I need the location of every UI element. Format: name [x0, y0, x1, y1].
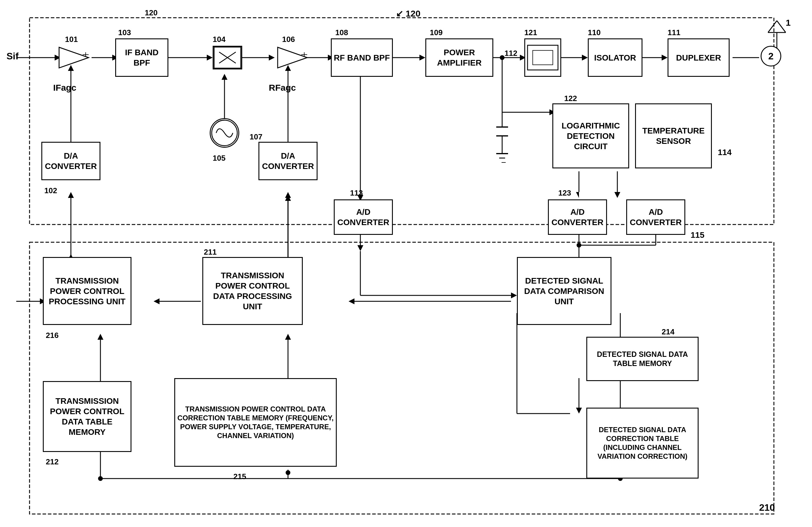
- ref-109: 109: [430, 28, 443, 37]
- ref-111: 111: [668, 28, 680, 37]
- ref-120: 120: [145, 8, 157, 17]
- temperature-sensor-block: TEMPERATURE SENSOR: [635, 103, 712, 169]
- ref-107: 107: [250, 132, 262, 142]
- ad-converter-123: A/D CONVERTER: [548, 200, 607, 235]
- svg-marker-58: [349, 298, 354, 304]
- ref-104: 104: [213, 35, 226, 44]
- tx-power-control-data-processing-unit: TRANSMISSION POWER CONTROL DATA PROCESSI…: [202, 257, 303, 325]
- da-converter-107: D/A CONVERTER: [259, 142, 318, 180]
- detected-signal-comparison-unit: DETECTED SIGNAL DATA COMPARISON UNIT: [517, 257, 611, 325]
- ref-1: 1: [786, 18, 791, 28]
- ref-212: 212: [46, 457, 58, 466]
- ref-113: 113: [350, 189, 363, 197]
- svg-marker-56: [511, 292, 517, 298]
- rfagc-label: RFagc: [269, 83, 296, 93]
- ref-215: 215: [233, 472, 246, 481]
- duplexer-port-2: 2: [760, 46, 781, 67]
- ref-121: 121: [524, 28, 537, 37]
- svg-rect-102: [533, 50, 553, 65]
- if-band-bpf-block: IF BAND BPF: [115, 39, 168, 77]
- duplexer-block: DUPLEXER: [668, 39, 729, 77]
- ref-103: 103: [118, 28, 131, 37]
- sif-label: Sif: [6, 51, 19, 62]
- ref-112: 112: [505, 49, 517, 58]
- ad-converter-113: A/D CONVERTER: [334, 200, 393, 235]
- amplifier-101: [56, 46, 91, 70]
- ref-105: 105: [213, 153, 226, 163]
- logarithmic-detection-block: LOGARITHMIC DETECTION CIRCUIT: [552, 103, 629, 169]
- filter-block-121: [524, 39, 561, 77]
- ref-101: 101: [65, 35, 78, 44]
- svg-marker-7: [207, 55, 213, 61]
- svg-marker-60: [154, 298, 160, 304]
- svg-marker-35: [614, 192, 620, 198]
- tx-power-control-processing-unit: TRANSMISSION POWER CONTROL PROCESSING UN…: [43, 257, 131, 325]
- svg-marker-21: [662, 55, 668, 61]
- svg-marker-64: [68, 192, 74, 198]
- ref-123: 123: [558, 189, 571, 197]
- svg-line-105: [768, 21, 777, 32]
- ref-216: 216: [46, 331, 58, 340]
- svg-point-85: [98, 476, 103, 481]
- ref-211: 211: [204, 248, 217, 257]
- svg-marker-77: [576, 408, 582, 413]
- ref-120-2: ↙ 120: [396, 8, 420, 19]
- ref-115: 115: [691, 231, 705, 240]
- ref-214: 214: [662, 327, 675, 336]
- svg-marker-73: [98, 334, 103, 340]
- detected-signal-correction-table: DETECTED SIGNAL DATA CORRECTION TABLE (I…: [586, 408, 699, 479]
- ref-210: 210: [759, 502, 775, 513]
- isolator-block: ISOLATOR: [588, 39, 642, 77]
- detected-signal-table-memory: DETECTED SIGNAL DATA TABLE MEMORY: [586, 337, 699, 381]
- svg-marker-9: [221, 74, 228, 80]
- svg-marker-37: [576, 192, 579, 198]
- svg-marker-91: [59, 47, 89, 68]
- svg-marker-19: [582, 55, 588, 61]
- tx-power-correction-table-memory: TRANSMISSION POWER CONTROL DATA CORRECTI…: [174, 378, 337, 467]
- svg-marker-98: [278, 47, 307, 68]
- power-amplifier-block: POWER AMPLIFIER: [425, 39, 493, 77]
- svg-marker-15: [419, 55, 425, 61]
- ref-122: 122: [564, 94, 577, 103]
- ad-converter-115: A/D CONVERTER: [626, 200, 685, 235]
- tx-power-control-data-table-memory: TRANSMISSION POWER CONTROL DATA TABLE ME…: [43, 381, 131, 452]
- svg-marker-75: [285, 334, 291, 340]
- ifagc-label: IFagc: [53, 83, 76, 93]
- da-converter-102: D/A CONVERTER: [41, 142, 100, 180]
- amplifier-106: [275, 46, 310, 70]
- mixer-block: [213, 46, 242, 70]
- rf-band-bpf-block: RF BAND BPF: [331, 39, 393, 77]
- svg-marker-46: [358, 245, 363, 251]
- ref-114: 114: [718, 148, 732, 157]
- oscillator-105: [210, 118, 239, 148]
- ref-102: 102: [44, 186, 57, 195]
- ref-108: 108: [335, 28, 348, 37]
- ref-110: 110: [588, 28, 600, 37]
- ref-106: 106: [282, 35, 295, 44]
- svg-marker-11: [269, 55, 275, 61]
- svg-line-106: [777, 21, 786, 32]
